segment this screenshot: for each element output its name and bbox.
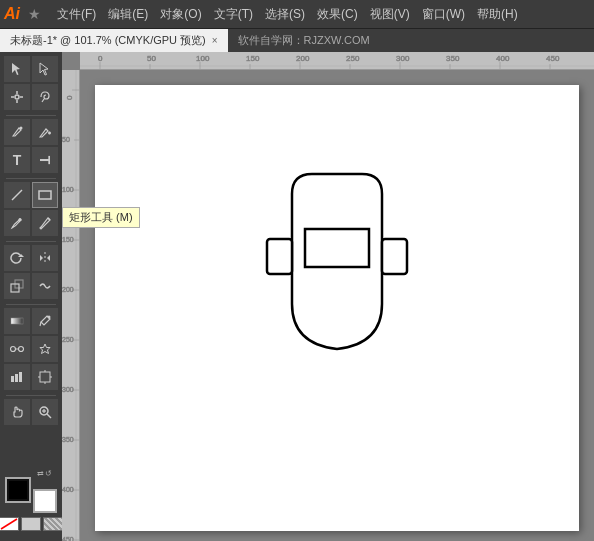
app-star-icon: ★ [28,6,41,22]
tool-divider-5 [6,395,56,396]
helmet-svg [237,164,437,404]
tool-row-2 [0,84,62,110]
svg-text:200: 200 [62,286,74,293]
color-mode-swatch[interactable] [21,517,41,531]
svg-rect-12 [39,191,51,199]
tab-active-label: 未标题-1* @ 101.7% (CMYK/GPU 预览) [10,33,206,48]
line-tool[interactable] [4,182,30,208]
svg-text:100: 100 [196,54,210,63]
svg-text:200: 200 [296,54,310,63]
menu-object[interactable]: 对象(O) [154,0,207,28]
zoom-tool[interactable] [32,399,58,425]
pencil-tool[interactable] [32,210,58,236]
tool-row-7 [0,245,62,271]
foreground-color-swatch[interactable] [5,477,31,503]
tool-row-12 [0,399,62,425]
direct-select-tool[interactable] [32,56,58,82]
svg-point-6 [15,95,19,99]
tool-row-3 [0,119,62,145]
svg-text:350: 350 [62,436,74,443]
artboard-tool[interactable] [32,364,58,390]
menu-view[interactable]: 视图(V) [364,0,416,28]
rect-tool[interactable] [32,182,58,208]
svg-line-39 [1,519,17,529]
tool-divider-2 [6,178,56,179]
svg-marker-18 [47,255,50,261]
svg-text:450: 450 [546,54,560,63]
tool-divider-3 [6,241,56,242]
warp-tool[interactable] [32,273,58,299]
blend-tool[interactable] [4,336,30,362]
tab-other-label: 软件自学网：RJZXW.COM [238,33,370,48]
column-graph-tool[interactable] [4,364,30,390]
main-area: T T [0,52,594,541]
svg-text:450: 450 [62,536,74,541]
gradient-mode-swatch[interactable] [43,517,63,531]
menu-help[interactable]: 帮助(H) [471,0,524,28]
svg-rect-86 [305,229,369,267]
lasso-tool[interactable] [32,84,58,110]
tool-row-1 [0,56,62,82]
tool-divider-1 [6,115,56,116]
eyedropper-tool[interactable] [32,308,58,334]
ruler-horizontal: 0 50 100 150 200 250 300 350 400 450 500 [80,52,594,70]
svg-text:100: 100 [62,186,74,193]
color-area: ↺ ⇄ [0,465,62,537]
tab-close-button[interactable]: × [212,35,218,46]
select-tool[interactable] [4,56,30,82]
tool-row-11 [0,364,62,390]
tool-divider-4 [6,304,56,305]
menu-window[interactable]: 窗口(W) [416,0,471,28]
svg-text:350: 350 [446,54,460,63]
svg-text:300: 300 [62,386,74,393]
tool-row-10 [0,336,62,362]
svg-text:0: 0 [98,54,103,63]
pen-tool[interactable] [4,119,30,145]
menu-effect[interactable]: 效果(C) [311,0,364,28]
toolbar: T T [0,52,62,541]
ruler-vertical: 0 50 100 150 200 250 300 350 400 450 [62,70,80,541]
svg-rect-85 [382,239,407,274]
svg-point-23 [48,316,51,319]
svg-rect-27 [11,376,14,382]
tool-row-4: T T [0,147,62,173]
svg-line-22 [40,322,41,326]
svg-line-14 [48,218,50,220]
hand-tool[interactable] [4,399,30,425]
svg-point-8 [20,127,23,130]
canvas-bg [80,70,594,541]
symbol-tool[interactable] [32,336,58,362]
tool-row-6 [0,210,62,236]
menu-bar: Ai ★ 文件(F) 编辑(E) 对象(O) 文字(T) 选择(S) 效果(C)… [0,0,594,28]
type-tool[interactable]: T [4,147,30,173]
rotate-tool[interactable] [4,245,30,271]
swap-colors-icon[interactable]: ⇄ [37,469,47,479]
menu-file[interactable]: 文件(F) [51,0,102,28]
add-anchor-tool[interactable] [32,119,58,145]
menu-edit[interactable]: 编辑(E) [102,0,154,28]
paintbrush-tool[interactable] [4,210,30,236]
svg-rect-30 [40,372,50,382]
svg-line-11 [12,190,22,200]
reflect-tool[interactable] [32,245,58,271]
app-logo: Ai [4,5,20,23]
svg-text:250: 250 [346,54,360,63]
svg-point-24 [11,347,16,352]
scale-tool[interactable] [4,273,30,299]
magic-wand-tool[interactable] [4,84,30,110]
canvas-area[interactable]: 0 50 100 150 200 250 300 350 400 450 500 [62,52,594,541]
svg-line-7 [42,99,44,102]
menu-type[interactable]: 文字(T) [208,0,259,28]
none-swatch[interactable] [0,517,19,531]
svg-point-25 [19,347,24,352]
tab-active[interactable]: 未标题-1* @ 101.7% (CMYK/GPU 预览) × [0,29,228,52]
background-color-swatch[interactable] [33,489,57,513]
svg-text:400: 400 [496,54,510,63]
vertical-type-tool[interactable]: T [32,147,58,173]
svg-rect-84 [267,239,292,274]
gradient-tool[interactable] [4,308,30,334]
svg-marker-1 [40,63,48,75]
tool-row-5 [0,182,62,208]
menu-select[interactable]: 选择(S) [259,0,311,28]
tab-other[interactable]: 软件自学网：RJZXW.COM [228,29,380,52]
